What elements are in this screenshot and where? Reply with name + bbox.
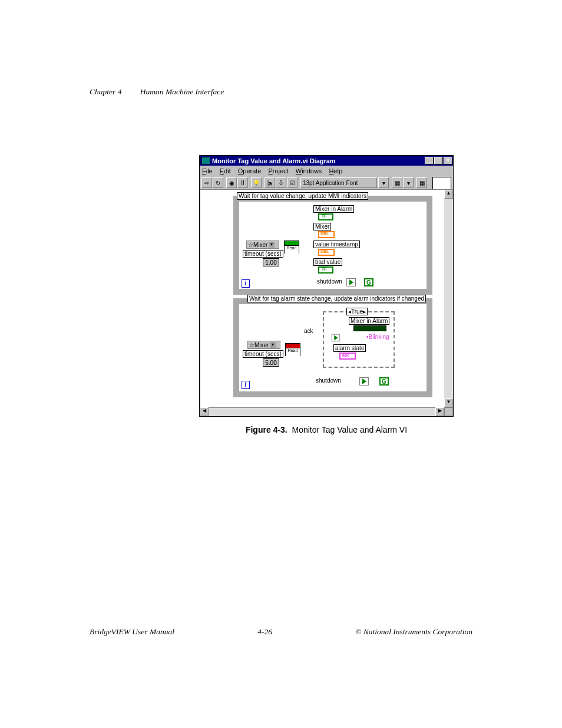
global-stop-2[interactable]: G xyxy=(379,377,389,386)
maximize-button[interactable]: □ xyxy=(434,157,443,164)
menu-project[interactable]: Project xyxy=(268,167,288,174)
node-mixer-in-alarm-label: Mixer in Alarm xyxy=(313,205,354,213)
align-drop-button[interactable]: ▾ xyxy=(403,177,414,188)
shutdown-label-2: shutdown xyxy=(315,377,342,384)
highlight-button[interactable]: 💡 xyxy=(251,177,262,188)
menu-operate[interactable]: Operate xyxy=(238,167,262,174)
chapter-title: Human Machine Interface xyxy=(140,87,224,96)
alarm-state-label: alarm state xyxy=(333,344,366,352)
stop-terminal-1[interactable] xyxy=(346,278,356,286)
read-tag-vi-2[interactable]: Read xyxy=(285,343,300,356)
page-header: Chapter 4 Human Machine Interface xyxy=(90,87,224,97)
tf-indicator-mixer-alarm[interactable] xyxy=(318,213,333,220)
node-mixer-in-alarm-label-2: Mixer in Alarm xyxy=(349,317,389,325)
read-tag-vi-1[interactable]: Read xyxy=(284,241,299,253)
menu-windows[interactable]: Windows xyxy=(296,167,322,174)
scroll-up-icon[interactable]: ▲ xyxy=(444,190,453,199)
abc-indicator-alarm-state[interactable] xyxy=(339,353,356,360)
chapter-number: Chapter 4 xyxy=(90,87,121,96)
node-timestamp-label: value timestamp xyxy=(313,241,360,248)
run-cont-button[interactable]: ↻ xyxy=(213,177,223,188)
minimize-button[interactable]: _ xyxy=(425,157,434,164)
app-window: Monitor Tag Value and Alarm.vi Diagram _… xyxy=(199,155,454,417)
mixer-tag-control[interactable]: ☆Mixer▾ xyxy=(246,241,279,249)
frame1-label: Wait for tag value change, update MMI in… xyxy=(237,192,368,200)
menu-help[interactable]: Help xyxy=(329,167,342,174)
abort-button[interactable]: ◉ xyxy=(226,177,237,188)
tf-indicator-badvalue[interactable] xyxy=(318,266,333,274)
frame2-label: Wait for tag alarm state change, update … xyxy=(247,295,426,302)
shutdown-label-1: shutdown xyxy=(316,278,343,285)
figure-caption: Figure 4-3. Monitor Tag Value and Alarm … xyxy=(199,425,454,434)
vertical-scrollbar[interactable]: ▲ ▼ xyxy=(444,189,453,407)
resize-grip[interactable] xyxy=(444,407,453,416)
dbl-indicator-mixer[interactable] xyxy=(318,231,335,238)
page-footer: BridgeVIEW User Manual 4-26 © National I… xyxy=(90,627,472,637)
footer-center: 4-26 xyxy=(257,627,272,637)
timeout-value-2[interactable]: 5.00 xyxy=(263,358,279,367)
figure-title: Monitor Tag Value and Alarm VI xyxy=(292,425,407,434)
timeout-value-1[interactable]: 1.00 xyxy=(263,258,279,266)
timeout-label-1: timeout (secs) xyxy=(243,250,283,258)
probe-button[interactable]: |a̲ xyxy=(265,177,275,188)
figure: Monitor Tag Value and Alarm.vi Diagram _… xyxy=(199,155,454,434)
close-button[interactable]: × xyxy=(444,157,452,164)
figure-number: Figure 4-3. xyxy=(246,425,287,434)
menu-edit[interactable]: Edit xyxy=(220,167,231,174)
menubar: File Edit Operate Project Windows Help xyxy=(200,166,453,176)
font-selector[interactable]: 13pt Application Font xyxy=(300,177,377,188)
font-drop-button[interactable]: ▾ xyxy=(378,177,389,188)
timeout-label-2: timeout (secs) xyxy=(243,350,283,358)
block-diagram-canvas[interactable]: Wait for tag value change, update MMI in… xyxy=(200,189,444,407)
align-button[interactable]: ▦ xyxy=(392,177,402,188)
node-mixer-label: Mixer xyxy=(313,223,331,230)
menu-file[interactable]: File xyxy=(202,167,213,174)
mixer-alarm-indicator-ref[interactable] xyxy=(353,325,386,331)
ack-tri-icon xyxy=(332,334,340,342)
global-stop-1[interactable]: G xyxy=(364,278,373,286)
breakpoint-button[interactable]: ō xyxy=(276,177,286,188)
case-selector[interactable]: ◂True▸ xyxy=(346,308,368,315)
ack-label: ack xyxy=(303,328,315,334)
scroll-down-icon[interactable]: ▼ xyxy=(444,398,453,407)
blinking-property[interactable]: •Blinking xyxy=(365,334,391,340)
scroll-left-icon[interactable]: ◀ xyxy=(200,407,209,416)
toolbar: ⇨ ↻ ◉ II 💡 |a̲ ō ☑ 13pt Application Font… xyxy=(200,176,453,189)
font-label: 13pt Application Font xyxy=(303,180,358,186)
window-titlebar[interactable]: Monitor Tag Value and Alarm.vi Diagram _… xyxy=(200,156,453,166)
iteration-terminal-1: i xyxy=(242,279,250,288)
stop-terminal-2[interactable] xyxy=(359,377,369,386)
system-menu-icon[interactable] xyxy=(201,157,210,164)
scroll-right-icon[interactable]: ▶ xyxy=(435,407,444,416)
node-badvalue-label: bad value xyxy=(313,258,342,266)
window-title: Monitor Tag Value and Alarm.vi Diagram xyxy=(212,157,425,164)
run-button[interactable]: ⇨ xyxy=(201,177,212,188)
step-button[interactable]: ☑ xyxy=(287,177,297,188)
dbl-indicator-timestamp[interactable] xyxy=(318,249,335,256)
iteration-terminal-2: i xyxy=(242,381,250,389)
horizontal-scrollbar[interactable]: ◀ ▶ xyxy=(200,407,453,416)
mixer-tag-control-2[interactable]: ☆Mixer▾ xyxy=(247,341,280,349)
distribute-button[interactable]: ▦ xyxy=(416,177,427,188)
pause-button[interactable]: II xyxy=(237,177,248,188)
footer-left: BridgeVIEW User Manual xyxy=(90,627,174,637)
footer-right: © National Instruments Corporation xyxy=(355,627,472,637)
